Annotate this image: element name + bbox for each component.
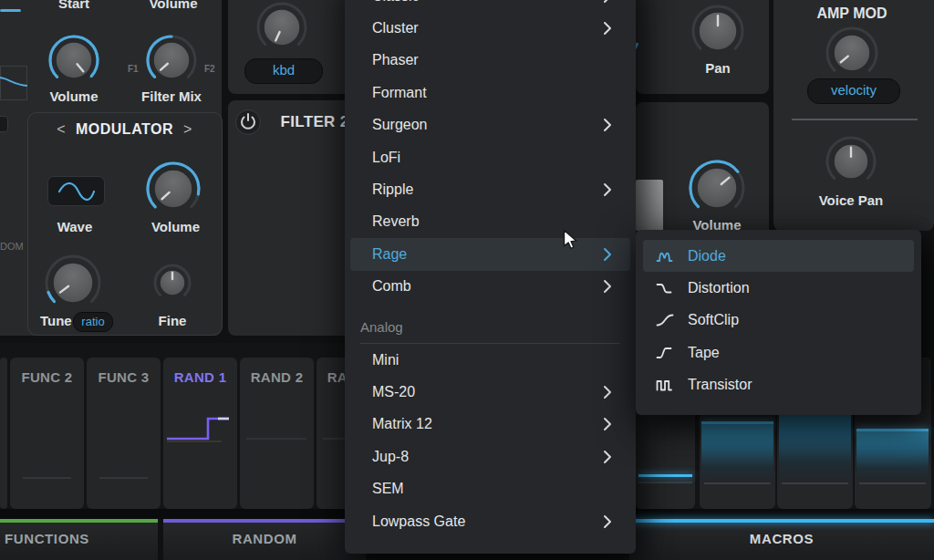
submenu-item-tape[interactable]: Tape	[636, 337, 921, 368]
filter2-power-button[interactable]	[234, 109, 262, 140]
f2-label: F2	[204, 64, 215, 74]
macro1-reflection	[638, 482, 692, 483]
modulator-volume-knob[interactable]	[144, 160, 202, 222]
chevron-right-icon	[603, 279, 612, 294]
functions-section[interactable]: FUNCTIONS	[0, 519, 158, 560]
menu-item-surgeon[interactable]: Surgeon	[345, 109, 636, 141]
filter-type-menu: Classic Cluster Phaser Formant Surgeon L…	[345, 0, 636, 554]
synth-ui: DOM Start Volume F1 F2 Volume Filter Mix…	[0, 0, 934, 560]
random-partial-text: DOM	[0, 238, 24, 254]
amp-mod-divider	[792, 119, 918, 120]
rage-submenu: Diode Distortion SoftClip Tape Transisto…	[636, 230, 921, 415]
chevron-right-icon	[603, 450, 612, 464]
ratio-badge[interactable]: ratio	[73, 312, 113, 332]
volume-knob-top-label: Volume	[137, 0, 210, 12]
menu-item-lofi[interactable]: LoFi	[345, 141, 636, 173]
mixer-volume-knob[interactable]	[687, 158, 747, 222]
rand2-flat-wave	[246, 438, 306, 440]
sine-wave-icon	[57, 182, 97, 201]
edge-button-fragment	[0, 116, 8, 132]
func2-flat-wave	[23, 477, 71, 479]
tab-card-sliver[interactable]	[0, 358, 7, 509]
random-section[interactable]: RANDOM	[163, 519, 366, 560]
softclip-curve-icon	[656, 313, 676, 327]
menu-item-formant[interactable]: Formant	[345, 77, 636, 109]
random-accent-line	[163, 519, 366, 523]
menu-item-jup8[interactable]: Jup-8	[345, 441, 636, 472]
transistor-pulse-icon	[656, 378, 676, 392]
start-knob-label: Start	[37, 0, 110, 12]
macros-accent-line	[629, 519, 934, 523]
submenu-item-distortion[interactable]: Distortion	[636, 272, 921, 304]
func3-flat-wave	[99, 477, 148, 479]
macro3-reflection	[782, 482, 848, 484]
modulator-prev-arrow[interactable]: <	[57, 121, 66, 138]
filter-mix-knob[interactable]	[144, 33, 199, 91]
chevron-right-icon	[603, 118, 612, 132]
fine-label: Fine	[136, 313, 209, 329]
tune-knob[interactable]	[43, 253, 103, 316]
submenu-item-softclip[interactable]: SoftClip	[636, 305, 921, 337]
chevron-right-icon	[603, 385, 612, 399]
menu-item-comb[interactable]: Comb	[345, 271, 636, 303]
filter-mix-label: Filter Mix	[126, 88, 217, 105]
menu-item-mini[interactable]: Mini	[345, 344, 636, 376]
menu-item-ripple[interactable]: Ripple	[345, 173, 636, 205]
velocity-badge[interactable]: velocity	[807, 78, 900, 104]
macro4-reflection	[859, 482, 926, 484]
macro4-level-fill	[856, 431, 929, 481]
tune-label: Tune	[40, 313, 72, 329]
filter2-title: FILTER 2	[274, 114, 356, 130]
modulator-title[interactable]: MODULATOR	[76, 121, 173, 138]
voice-pan-label: Voice Pan	[815, 192, 887, 209]
pan-label: Pan	[681, 60, 754, 77]
menu-item-matrix12[interactable]: Matrix 12	[345, 409, 636, 441]
chevron-right-icon	[603, 417, 612, 431]
menu-item-rage[interactable]: Rage	[350, 238, 630, 270]
modulator-next-arrow[interactable]: >	[183, 121, 192, 138]
distortion-wave-icon	[656, 281, 676, 296]
tab-rand2-label: RAND 2	[240, 369, 314, 385]
kbd-badge[interactable]: kbd	[244, 58, 323, 84]
menu-item-phaser[interactable]: Phaser	[345, 45, 636, 77]
menu-item-classic[interactable]: Classic	[345, 0, 636, 12]
macros-section-label: MACROS	[629, 531, 934, 546]
mini-curve-display	[0, 66, 27, 104]
voice-pan-knob[interactable]	[824, 134, 878, 192]
fine-knob[interactable]	[151, 262, 193, 307]
menu-item-reverb[interactable]: Reverb	[345, 206, 636, 238]
volume-label: Volume	[37, 88, 110, 105]
submenu-item-diode[interactable]: Diode	[643, 240, 914, 272]
kbd-knob[interactable]	[254, 0, 309, 58]
tab-func3-label: FUNC 3	[87, 369, 161, 385]
modulator-volume-label: Volume	[137, 219, 214, 235]
modulator-header: < MODULATOR >	[27, 121, 222, 138]
f1-label: F1	[128, 64, 139, 74]
chevron-right-icon	[603, 514, 612, 529]
tab-func2-label: FUNC 2	[10, 369, 84, 385]
amp-mod-title: AMP MOD	[806, 5, 898, 22]
macro1-level-line[interactable]	[638, 474, 692, 477]
diode-wave-icon	[656, 249, 676, 264]
chevron-right-icon	[603, 247, 612, 262]
macro3-level-fill[interactable]	[779, 407, 851, 481]
macros-section[interactable]: MACROS	[629, 519, 934, 560]
mouse-cursor-icon	[563, 229, 578, 254]
level-fader[interactable]	[636, 180, 663, 231]
menu-item-cluster[interactable]: Cluster	[345, 12, 636, 44]
mini-waveform-line	[0, 9, 21, 12]
rand1-underglow	[167, 441, 222, 442]
menu-item-ms20[interactable]: MS-20	[345, 376, 636, 408]
rand1-step-wave	[165, 415, 231, 448]
menu-item-lowpass-gate[interactable]: Lowpass Gate	[345, 505, 636, 537]
wave-selector[interactable]	[47, 176, 105, 206]
menu-item-sem[interactable]: SEM	[345, 472, 636, 504]
pan-knob[interactable]	[690, 3, 746, 63]
chevron-right-icon	[603, 0, 612, 4]
wave-label: Wave	[38, 219, 111, 235]
chevron-right-icon	[603, 21, 612, 36]
volume-knob[interactable]	[47, 33, 101, 91]
random-section-label: RANDOM	[163, 531, 366, 546]
amp-mod-knob[interactable]	[824, 25, 880, 85]
submenu-item-transistor[interactable]: Transistor	[636, 369, 921, 401]
